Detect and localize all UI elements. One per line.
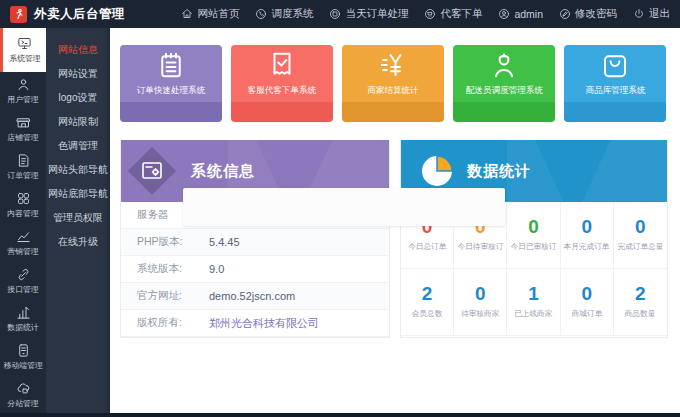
topnav-today-orders[interactable]: 当天订单处理 — [329, 7, 408, 21]
topnav: 网站首页 调度系统 当天订单处理 代客下单 admin 修改密码 — [181, 7, 670, 21]
sidebar-item-content[interactable]: 内容管理 — [0, 186, 46, 224]
shopping-bag-icon — [600, 50, 630, 80]
stat-pending-merchants: 0 待审核商家 — [454, 269, 507, 336]
sidebar-item-marketing[interactable]: 营销管理 — [0, 224, 46, 262]
order-doc-icon — [16, 153, 31, 168]
topnav-dispatch[interactable]: 调度系统 — [255, 7, 313, 21]
marketing-chart-icon — [16, 229, 31, 244]
tile-courier-dispatch[interactable]: 配送员调度管理系统 — [453, 45, 555, 122]
yuan-money-icon — [378, 50, 408, 80]
stat-completed-total: 0 完成订单总量 — [614, 202, 667, 269]
tile-merchant-settlement[interactable]: 商家结算统计 — [342, 45, 444, 122]
submenu-item-logo-settings[interactable]: logo设置 — [46, 86, 110, 110]
stat-total-members: 2 会员总数 — [401, 269, 454, 336]
info-row-official-site: 官方网址: demo.52jscn.com — [121, 283, 389, 310]
topnav-admin[interactable]: admin — [498, 8, 543, 20]
password-icon — [559, 8, 571, 20]
api-link-icon — [16, 267, 31, 282]
submenu-item-admin-perms[interactable]: 管理员权限 — [46, 206, 110, 230]
mobile-app-icon — [16, 343, 31, 358]
submenu-item-site-info[interactable]: 网站信息 — [46, 38, 110, 62]
sidebar-item-shops[interactable]: 店铺管理 — [0, 110, 46, 148]
home-icon — [181, 8, 193, 20]
stat-month-completed: 0 本月完成订单 — [561, 202, 614, 269]
admin-user-icon — [498, 8, 510, 20]
data-stats-title: 数据统计 — [467, 162, 531, 181]
sidebar-item-users[interactable]: 用户管理 — [0, 72, 46, 110]
stat-online-merchants: 1 已上线商家 — [507, 269, 560, 336]
panels: 系统信息 服务器 PHP版本: 5.4.45 系统版本: — [120, 140, 668, 338]
app-logo-icon — [10, 6, 27, 23]
tile-proxy-order-system[interactable]: 客服代客下单系统 — [231, 45, 333, 122]
page-title: 外卖人后台管理 — [34, 6, 125, 23]
bottom-edge-bar — [0, 413, 680, 417]
system-info-panel: 系统信息 服务器 PHP版本: 5.4.45 系统版本: — [120, 140, 390, 338]
stat-today-reviewed: 0 今日已审核订 — [507, 202, 560, 269]
sidebar: 系统管理 用户管理 店铺管理 订单管理 内容管理 营销管理 — [0, 28, 46, 413]
topnav-logout[interactable]: 退出 — [633, 7, 670, 21]
submenu-item-footer-nav[interactable]: 网站底部导航 — [46, 182, 110, 206]
user-icon — [16, 77, 31, 92]
sidebar-item-statistics[interactable]: 数据统计 — [0, 300, 46, 338]
sidebar-item-mobile[interactable]: 移动端管理 — [0, 338, 46, 376]
quick-tiles: 订单快速处理系统 客服代客下单系统 商家结算统计 — [120, 45, 668, 122]
notepad-icon — [156, 50, 186, 80]
submenu-item-theme[interactable]: 色调管理 — [46, 134, 110, 158]
tile-product-library[interactable]: 商品库管理系统 — [564, 45, 666, 122]
store-icon — [16, 115, 31, 130]
submenu: 网站信息 网站设置 logo设置 网站限制 色调管理 网站头部导航 网站底部导航… — [46, 28, 110, 413]
sidebar-item-api[interactable]: 接口管理 — [0, 262, 46, 300]
admin-dashboard-page: 外卖人后台管理 网站首页 调度系统 当天订单处理 代客下单 admin — [0, 0, 680, 417]
topbar: 外卖人后台管理 网站首页 调度系统 当天订单处理 代客下单 admin — [0, 0, 680, 28]
topnav-home[interactable]: 网站首页 — [181, 7, 239, 21]
submenu-item-online-upgrade[interactable]: 在线升级 — [46, 230, 110, 254]
submenu-item-site-settings[interactable]: 网站设置 — [46, 62, 110, 86]
dispatch-icon — [255, 8, 267, 20]
data-stats-panel: 数据统计 0 今日总订单 0 今日待审核订 0 今日已审核 — [400, 140, 668, 338]
info-row-system-version: 系统版本: 9.0 — [121, 256, 389, 283]
stat-mall-orders: 0 商城订单 — [561, 269, 614, 336]
stat-total-products: 2 商品数量 — [614, 269, 667, 336]
proxy-order-icon — [424, 8, 436, 20]
branch-cloud-icon — [16, 381, 31, 396]
info-row-copyright: 版权所有: 郑州光合科技有限公司 — [121, 310, 389, 337]
sidebar-item-system[interactable]: 系统管理 — [0, 28, 46, 72]
receipt-check-icon — [267, 50, 297, 80]
tile-order-quick-process[interactable]: 订单快速处理系统 — [120, 45, 222, 122]
sidebar-item-branch[interactable]: 分站管理 — [0, 376, 46, 414]
redaction-overlay — [183, 188, 505, 226]
bar-chart-icon — [16, 305, 31, 320]
sidebar-item-orders[interactable]: 订单管理 — [0, 148, 46, 186]
topnav-change-password[interactable]: 修改密码 — [559, 7, 617, 21]
monitor-icon — [17, 36, 32, 51]
submenu-item-site-limits[interactable]: 网站限制 — [46, 110, 110, 134]
gear-window-icon — [135, 154, 169, 188]
logout-icon — [633, 8, 645, 20]
topnav-proxy-order[interactable]: 代客下单 — [424, 7, 482, 21]
submenu-item-header-nav[interactable]: 网站头部导航 — [46, 158, 110, 182]
info-row-php-version: PHP版本: 5.4.45 — [121, 229, 389, 256]
today-orders-icon — [329, 8, 341, 20]
system-info-title: 系统信息 — [191, 162, 255, 181]
courier-icon — [489, 50, 519, 80]
content-grid-icon — [16, 191, 31, 206]
